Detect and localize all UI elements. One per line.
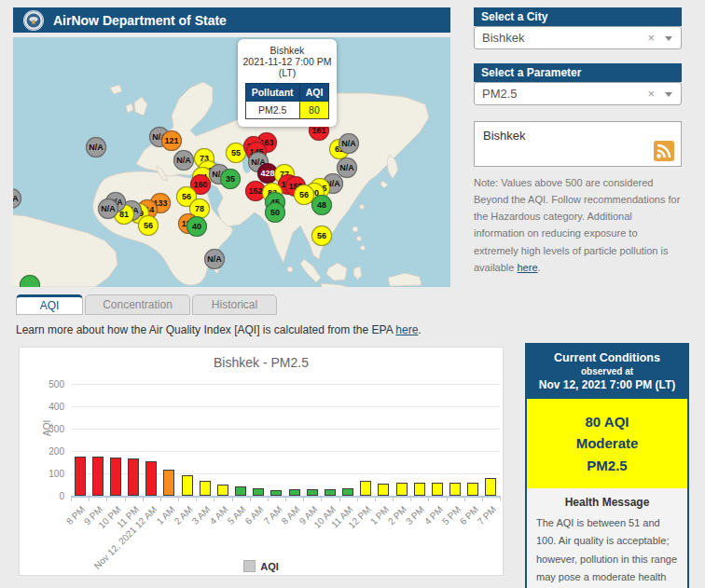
x-tick bbox=[303, 498, 304, 501]
aqi-marker[interactable]: N/A bbox=[339, 133, 359, 154]
aqi-marker[interactable]: N/A bbox=[86, 137, 106, 157]
aqi-marker[interactable]: N/A bbox=[337, 157, 357, 178]
x-tick bbox=[482, 498, 483, 501]
popup-datetime: 2021-11-12 7:00 PM bbox=[242, 56, 333, 67]
tab-historical[interactable]: Historical bbox=[192, 294, 277, 315]
tab-aqi[interactable]: AQI bbox=[16, 294, 83, 315]
y-tick-label: 100 bbox=[27, 469, 64, 479]
chart-bar[interactable] bbox=[432, 483, 443, 496]
aqi-marker[interactable]: N/A bbox=[98, 198, 118, 219]
cc-pollutant: PM2.5 bbox=[527, 455, 687, 476]
world-map[interactable]: N/AN/A121N/AN/A73558684N/A35160567813311… bbox=[13, 37, 450, 287]
x-tick-label: 2 PM bbox=[386, 504, 408, 526]
x-tick-label: 3 PM bbox=[404, 504, 426, 526]
rss-feed-icon[interactable] bbox=[654, 141, 674, 161]
aqi-marker[interactable]: 35 bbox=[220, 169, 241, 189]
cc-aqi-category: Moderate bbox=[527, 432, 687, 454]
y-tick-label: 200 bbox=[27, 446, 64, 457]
chart-legend: AQI bbox=[20, 560, 503, 572]
chart-bar[interactable] bbox=[289, 489, 300, 496]
chart-bar[interactable] bbox=[467, 483, 478, 496]
learn-more-before: Learn more about how the Air Quality Ind… bbox=[16, 323, 395, 336]
cc-aqi-value: 80 AQI bbox=[527, 411, 687, 432]
parameter-clear-icon[interactable]: × bbox=[647, 83, 655, 104]
x-tick bbox=[321, 498, 322, 501]
x-tick bbox=[106, 498, 107, 501]
chart-bar[interactable] bbox=[307, 489, 318, 496]
aqi-marker[interactable]: 121 bbox=[161, 130, 182, 151]
parameter-select[interactable]: PM2.5 × bbox=[474, 82, 682, 105]
aqi-marker[interactable]: 50 bbox=[265, 202, 285, 223]
gridline bbox=[71, 429, 500, 430]
x-tick-label: 4 PM bbox=[422, 504, 444, 526]
x-tick-label: 4 AM bbox=[208, 504, 230, 526]
chart-bar[interactable] bbox=[200, 481, 211, 496]
aqi-marker[interactable]: N/A bbox=[204, 249, 225, 269]
chart-bar[interactable] bbox=[449, 483, 461, 496]
aqi-marker[interactable]: 56 bbox=[311, 226, 332, 246]
legend-swatch bbox=[243, 560, 256, 572]
chart-bar[interactable] bbox=[92, 457, 104, 496]
chart-bar[interactable] bbox=[396, 483, 408, 496]
chart-bar[interactable] bbox=[217, 485, 228, 496]
chart-bar[interactable] bbox=[145, 461, 157, 496]
popup-aqi-header: AQI bbox=[299, 84, 329, 102]
chart-bar[interactable] bbox=[128, 458, 139, 496]
note-after: . bbox=[538, 262, 541, 273]
x-tick bbox=[285, 498, 286, 501]
x-tick bbox=[250, 498, 251, 501]
parameter-dropdown-arrow-icon[interactable] bbox=[665, 92, 672, 97]
gridline bbox=[71, 406, 500, 407]
chart-bar[interactable] bbox=[360, 481, 371, 496]
chart-bar[interactable] bbox=[110, 458, 121, 496]
popup-city: Bishkek bbox=[242, 45, 333, 56]
note-before: Note: Values above 500 are considered Be… bbox=[474, 177, 680, 273]
chart-bar[interactable] bbox=[235, 486, 246, 496]
x-tick-label: 6 AM bbox=[243, 504, 266, 526]
x-tick bbox=[464, 498, 465, 501]
popup-timezone: (LT) bbox=[242, 67, 333, 78]
popup-aqi-value: 80 bbox=[299, 102, 329, 119]
chart-bar[interactable] bbox=[378, 484, 389, 496]
x-tick bbox=[339, 498, 340, 501]
cc-health-section: Health Message The AQI is between 51 and… bbox=[527, 488, 687, 588]
cc-observed-at: Nov 12, 2021 7:00 PM (LT) bbox=[531, 378, 684, 391]
chart-bar[interactable] bbox=[414, 483, 425, 496]
chart-bar[interactable] bbox=[325, 489, 336, 496]
gridline bbox=[71, 384, 500, 385]
epa-here-link[interactable]: here bbox=[395, 323, 418, 336]
x-tick-label: 3 AM bbox=[190, 504, 213, 526]
x-tick-label: 7 AM bbox=[261, 504, 283, 526]
current-conditions-panel: Current Conditions observed at Nov 12, 2… bbox=[525, 343, 689, 588]
x-tick bbox=[125, 498, 126, 501]
x-tick-label: 5 PM bbox=[440, 504, 463, 526]
select-parameter-header: Select a Parameter bbox=[474, 63, 682, 82]
city-dropdown-arrow-icon[interactable] bbox=[665, 36, 672, 41]
x-tick bbox=[71, 498, 72, 501]
x-tick-label: 8 PM bbox=[64, 504, 87, 526]
chart-bar[interactable] bbox=[182, 475, 193, 496]
city-select[interactable]: Bishkek × bbox=[474, 26, 682, 49]
y-tick-label: 0 bbox=[27, 491, 64, 501]
x-tick bbox=[268, 498, 269, 501]
chart-bar[interactable] bbox=[253, 488, 264, 496]
x-tick bbox=[393, 498, 394, 501]
note-here-link[interactable]: here bbox=[517, 262, 537, 273]
chart-bar[interactable] bbox=[163, 470, 174, 496]
aqi-marker[interactable]: 56 bbox=[138, 215, 159, 236]
y-tick-label: 500 bbox=[27, 379, 64, 390]
chart-bar[interactable] bbox=[75, 457, 86, 496]
aqi-marker[interactable]: N/A bbox=[173, 150, 194, 171]
x-tick bbox=[143, 498, 144, 501]
cc-health-header: Health Message bbox=[536, 496, 678, 509]
chart-bar[interactable] bbox=[342, 488, 353, 496]
city-clear-icon[interactable]: × bbox=[647, 27, 655, 48]
tab-concentration[interactable]: Concentration bbox=[85, 294, 190, 315]
aqi-marker[interactable]: 48 bbox=[311, 195, 332, 215]
map-popup: Bishkek 2021-11-12 7:00 PM (LT) Pollutan… bbox=[238, 39, 337, 127]
aqi-marker[interactable]: 40 bbox=[187, 216, 207, 237]
popup-pollutant-value: PM2.5 bbox=[245, 102, 299, 119]
x-tick-label: 2 AM bbox=[172, 504, 194, 526]
x-tick bbox=[428, 498, 429, 501]
chart-bar[interactable] bbox=[485, 478, 496, 496]
